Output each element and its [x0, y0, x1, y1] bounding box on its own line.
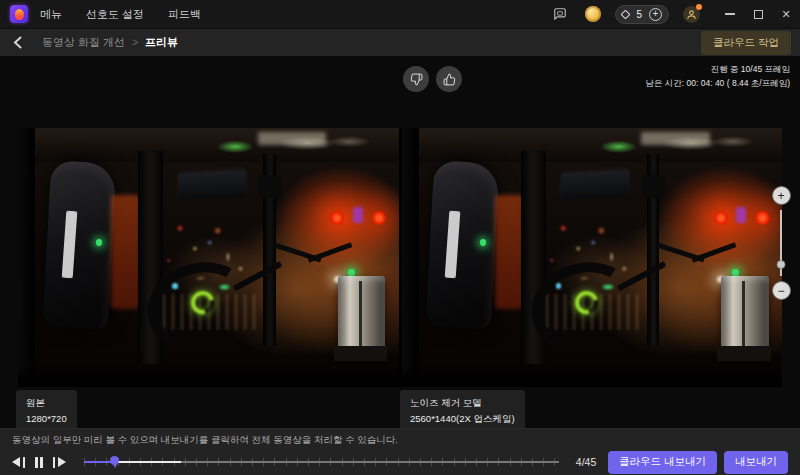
scene-traffic-light [372, 211, 386, 225]
scene-pole-base [717, 346, 770, 362]
original-resolution: 1280*720 [26, 411, 67, 427]
zoom-slider[interactable] [780, 210, 782, 276]
step-back-bar [23, 457, 26, 468]
feedback-button[interactable]: 피드백 [168, 7, 201, 22]
scene-ceiling [18, 128, 399, 162]
minimize-icon [725, 13, 735, 15]
navbar: 동영상 화질 개선 > 프리뷰 클라우드 작업 [0, 28, 800, 56]
scene-green-light [348, 269, 355, 276]
scene-bottom-shade [402, 364, 783, 387]
scene-fare-reader [42, 160, 115, 329]
scene-reader-led [96, 239, 102, 245]
bottombar: 동영상의 일부만 미리 볼 수 있으며 내보내기를 클릭하여 전체 동영상을 처… [0, 428, 800, 475]
render-progress: 진행 중 10/45 프레임 남은 시간: 00: 04: 40 ( 8.44 … [645, 62, 790, 91]
breadcrumb: 동영상 화질 개선 > 프리뷰 [42, 35, 178, 50]
scene-ceiling [402, 128, 783, 162]
cloud-tasks-button[interactable]: 클라우드 작업 [701, 31, 791, 55]
original-label: 원본 [26, 395, 67, 411]
export-button[interactable]: 내보내기 [724, 451, 788, 474]
zoom-in-button[interactable]: + [772, 186, 791, 205]
app-logo-icon [10, 5, 28, 23]
original-video-pane [18, 128, 399, 387]
add-credits-icon[interactable]: + [649, 8, 662, 21]
app-window: 메뉴 선호도 설정 피드백 5 + ✕ 동영상 [0, 0, 800, 475]
account-avatar[interactable] [683, 6, 700, 23]
scene-reader-glow [495, 195, 524, 309]
enhanced-resolution: 2560*1440(2X 업스케일) [410, 411, 515, 427]
zoom-out-button[interactable]: − [772, 281, 791, 300]
breadcrumb-separator: > [132, 37, 138, 48]
scene-bottom-shade [18, 364, 399, 387]
render-progress-frames: 진행 중 10/45 프레임 [645, 62, 790, 76]
scene-neon-sign [736, 207, 746, 223]
enhanced-video-pane [402, 128, 783, 387]
scene-reader-led [480, 239, 486, 245]
enhanced-video-frame [402, 128, 783, 387]
step-forward-bar [53, 457, 56, 468]
scene-green-light [732, 269, 739, 276]
menu-button[interactable]: 메뉴 [40, 7, 62, 22]
thumbs-up-button[interactable] [436, 66, 462, 92]
pause-button[interactable] [35, 454, 43, 470]
scene-pole-detail [742, 281, 745, 346]
thumbs-down-button[interactable] [403, 66, 429, 92]
next-frame-button[interactable] [53, 454, 66, 470]
preview-panel: 진행 중 10/45 프레임 남은 시간: 00: 04: 40 ( 8.44 … [0, 56, 800, 428]
scene-pole-detail [359, 281, 362, 346]
credits-count: 5 [636, 9, 642, 20]
support-chat-icon[interactable] [552, 7, 567, 22]
thumbs-up-icon [443, 73, 456, 86]
scene-wiper [308, 242, 353, 262]
playback-controls: 4/45 클라우드 내보내기 내보내기 [0, 447, 800, 473]
scene-left-pillar [402, 128, 419, 387]
step-forward-icon [58, 457, 66, 467]
pause-icon [40, 457, 43, 468]
scene-reader-glow [111, 195, 140, 309]
scene-pole-base [334, 346, 387, 362]
chevron-left-icon [13, 36, 22, 49]
breadcrumb-current: 프리뷰 [145, 35, 178, 50]
frame-counter: 4/45 [571, 456, 601, 468]
zoom-control: + − [770, 186, 792, 300]
minimize-button[interactable] [716, 0, 744, 28]
scene-traffic-light [714, 211, 728, 225]
scene-dashboard-dot [556, 283, 562, 288]
original-label-chip: 원본 1280*720 [16, 390, 77, 428]
preferences-button[interactable]: 선호도 설정 [86, 7, 144, 22]
render-progress-time: 남은 시간: 00: 04: 40 ( 8.44 초/프레임) [645, 76, 790, 90]
enhanced-label-chip: 노이즈 제거 모델 2560*1440(2X 업스케일) [400, 390, 525, 428]
step-back-icon [12, 457, 20, 467]
cloud-export-button[interactable]: 클라우드 내보내기 [608, 451, 717, 474]
prev-frame-button[interactable] [12, 454, 25, 470]
notification-dot-icon [696, 4, 702, 10]
zoom-slider-handle[interactable] [777, 260, 786, 269]
back-button[interactable] [0, 36, 34, 49]
scene-signboard [641, 132, 709, 145]
close-button[interactable]: ✕ [772, 0, 800, 28]
scene-traffic-light [755, 211, 769, 225]
scene-fare-reader [426, 160, 499, 329]
feedback-buttons [403, 66, 462, 92]
scene-dashcam [258, 175, 281, 198]
original-video-frame [18, 128, 399, 387]
diamond-icon [621, 9, 631, 19]
scene-left-pillar [18, 128, 35, 387]
credits-pill[interactable]: 5 + [615, 5, 669, 24]
compare-view [18, 128, 782, 387]
timeline-slider[interactable] [84, 456, 560, 468]
breadcrumb-parent[interactable]: 동영상 화질 개선 [42, 35, 125, 50]
enhanced-model-label: 노이즈 제거 모델 [410, 395, 515, 411]
titlebar-right-cluster: 5 + ✕ [552, 0, 800, 28]
scene-dashcam [642, 175, 665, 198]
timeline-track [84, 461, 560, 463]
maximize-button[interactable] [744, 0, 772, 28]
preview-notice: 동영상의 일부만 미리 볼 수 있으며 내보내기를 클릭하여 전체 동영상을 처… [0, 429, 800, 447]
scene-dashboard-dot [172, 283, 178, 288]
rewards-coin-icon[interactable] [585, 6, 601, 22]
scene-traffic-light [330, 211, 344, 225]
pause-icon [35, 457, 38, 468]
scene-wiper [691, 242, 736, 262]
flame-icon [14, 8, 24, 20]
scene-signboard [258, 132, 326, 145]
scene-neon-sign [353, 207, 363, 223]
